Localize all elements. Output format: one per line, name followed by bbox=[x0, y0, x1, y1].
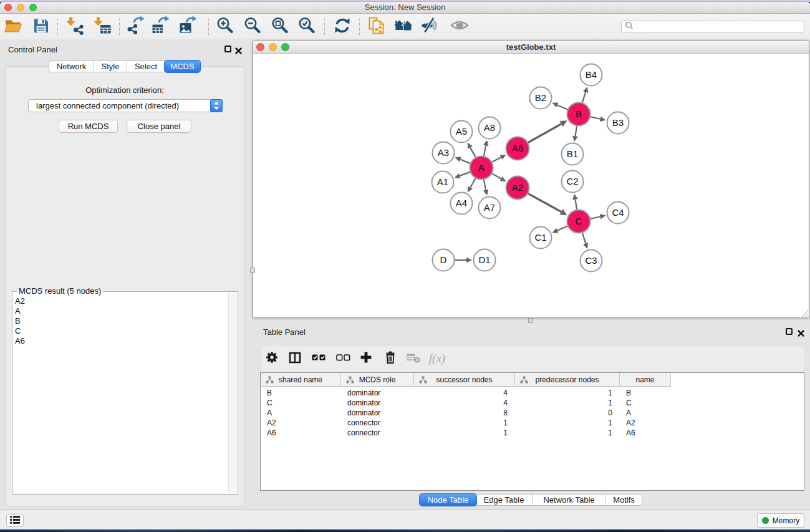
split-divider-knob-horizontal[interactable] bbox=[528, 318, 533, 323]
graph-node-A1[interactable]: A1 bbox=[432, 172, 454, 193]
zoom-fit-button[interactable] bbox=[269, 14, 291, 40]
graph-node-A3[interactable]: A3 bbox=[433, 142, 455, 164]
tab-mcds[interactable]: MCDS bbox=[165, 60, 200, 72]
close-panel-button[interactable]: Close panel bbox=[127, 120, 191, 133]
svg-text:A8: A8 bbox=[484, 122, 495, 133]
table-cell: 8 bbox=[414, 408, 508, 418]
mcds-result-item[interactable]: C bbox=[15, 326, 25, 336]
column-header-shared-name[interactable]: shared name bbox=[261, 373, 341, 387]
split-columns-button[interactable] bbox=[284, 346, 306, 372]
delete-column-button[interactable] bbox=[380, 346, 401, 372]
graph-node-A7[interactable]: A7 bbox=[479, 197, 501, 219]
result-scrollbar[interactable] bbox=[228, 293, 236, 493]
task-history-button[interactable] bbox=[6, 515, 24, 527]
dropdown-stepper-icon bbox=[210, 99, 223, 112]
graph-node-A8[interactable]: A8 bbox=[479, 117, 501, 139]
refresh-button[interactable] bbox=[332, 14, 353, 40]
graph-node-C1[interactable]: C1 bbox=[530, 227, 552, 249]
tab-style[interactable]: Style bbox=[94, 61, 127, 72]
delete-table-button[interactable] bbox=[403, 346, 424, 372]
graph-node-C4[interactable]: C4 bbox=[607, 202, 629, 224]
table-cell: 1 bbox=[515, 388, 612, 398]
svg-text:A7: A7 bbox=[484, 202, 495, 213]
hide-panels-button[interactable] bbox=[420, 14, 441, 40]
mcds-result-item[interactable]: A2 bbox=[15, 296, 25, 306]
export-table-icon bbox=[151, 16, 171, 38]
resize-grip-icon[interactable] bbox=[800, 309, 809, 317]
zoom-in-button[interactable] bbox=[215, 14, 236, 40]
table-cell: 1 bbox=[515, 428, 612, 438]
table-cell: A bbox=[267, 408, 340, 418]
show-panels-button[interactable] bbox=[449, 14, 470, 40]
export-table-button[interactable] bbox=[150, 14, 171, 40]
gear-button[interactable] bbox=[261, 346, 282, 372]
graph-node-A2[interactable]: A2 bbox=[506, 177, 529, 200]
graph-node-A[interactable]: A bbox=[470, 157, 493, 180]
graph-node-B3[interactable]: B3 bbox=[607, 112, 629, 134]
show-panels-icon bbox=[450, 16, 470, 38]
graph-node-A6[interactable]: A6 bbox=[506, 137, 529, 160]
node-table: shared name MCDS role successor nodes pr… bbox=[260, 372, 804, 491]
column-header-name[interactable]: name bbox=[620, 373, 671, 387]
svg-text:A2: A2 bbox=[512, 182, 523, 193]
tab-network[interactable]: Network bbox=[49, 61, 94, 72]
select-all-checkboxes-button[interactable] bbox=[308, 346, 329, 372]
table-cell: A6 bbox=[626, 428, 670, 438]
column-header-predecessor-nodes[interactable]: predecessor nodes bbox=[515, 373, 620, 387]
graph-node-B4[interactable]: B4 bbox=[581, 64, 602, 86]
zoom-out-button[interactable] bbox=[242, 14, 263, 40]
graph-node-C[interactable]: C bbox=[567, 210, 591, 233]
svg-text:B3: B3 bbox=[612, 117, 624, 128]
table-cell: A bbox=[626, 408, 670, 418]
home-button[interactable] bbox=[393, 14, 414, 40]
graph-node-C3[interactable]: C3 bbox=[581, 250, 602, 272]
column-header-MCDS-role[interactable]: MCDS role bbox=[341, 373, 414, 387]
zoom-selected-button[interactable] bbox=[296, 14, 317, 40]
mcds-panel: Optimization criterion: largest connecte… bbox=[5, 66, 244, 506]
table-cell: 1 bbox=[515, 418, 612, 428]
tab-select[interactable]: Select bbox=[127, 61, 165, 72]
main-toolbar bbox=[0, 14, 810, 41]
graph-node-B2[interactable]: B2 bbox=[530, 87, 552, 109]
graph-node-A5[interactable]: A5 bbox=[451, 121, 473, 143]
split-divider-knob-vertical[interactable] bbox=[250, 268, 255, 273]
graph-node-D1[interactable]: D1 bbox=[474, 249, 496, 271]
memory-button[interactable]: Memory bbox=[757, 513, 804, 528]
network-window-title: testGlobe.txt bbox=[253, 41, 809, 54]
function-builder-button[interactable]: f(x) bbox=[427, 346, 448, 372]
close-panel-icon[interactable] bbox=[235, 46, 242, 52]
tab-motifs[interactable]: Motifs bbox=[606, 495, 642, 505]
float-panel-icon[interactable] bbox=[224, 46, 231, 52]
graph-node-B[interactable]: B bbox=[567, 103, 591, 126]
run-mcds-button[interactable]: Run MCDS bbox=[59, 120, 118, 133]
graph-node-B1[interactable]: B1 bbox=[562, 143, 584, 165]
table-close-panel-icon[interactable] bbox=[798, 328, 804, 335]
open-file-button[interactable] bbox=[2, 14, 24, 40]
mcds-result-item[interactable]: A bbox=[15, 306, 25, 316]
mcds-result-item[interactable]: B bbox=[15, 316, 25, 326]
save-session-button[interactable] bbox=[31, 14, 52, 40]
table-cell: 4 bbox=[414, 398, 508, 408]
network-canvas[interactable]: B4B2BB3A5A8A6A3B1AA1C2A2A4A7C4CC1C3DD1 bbox=[253, 54, 809, 317]
table-tabs: Node TableEdge TableNetwork TableMotifs bbox=[420, 494, 642, 506]
mcds-result-item[interactable]: A6 bbox=[15, 336, 25, 346]
mcds-result-title: MCDS result (5 nodes) bbox=[17, 286, 103, 296]
table-float-panel-icon[interactable] bbox=[786, 328, 793, 335]
import-table-button[interactable] bbox=[92, 14, 113, 40]
tab-network-table[interactable]: Network Table bbox=[533, 495, 606, 505]
criterion-dropdown[interactable]: largest connected component (directed) bbox=[28, 99, 223, 112]
table-panel-title: Table Panel bbox=[263, 327, 306, 337]
add-column-button[interactable] bbox=[355, 346, 377, 372]
tab-node-table[interactable]: Node Table bbox=[420, 494, 476, 506]
export-image-button[interactable] bbox=[178, 14, 199, 40]
import-network-button[interactable] bbox=[64, 14, 85, 40]
export-network-button[interactable] bbox=[125, 14, 147, 40]
graph-node-D[interactable]: D bbox=[433, 249, 455, 271]
search-input[interactable] bbox=[634, 22, 804, 32]
column-header-successor-nodes[interactable]: successor nodes bbox=[414, 373, 515, 387]
tab-edge-table[interactable]: Edge Table bbox=[476, 495, 533, 505]
deselect-all-checkboxes-button[interactable] bbox=[332, 346, 354, 372]
duplicate-network-button[interactable] bbox=[366, 14, 387, 40]
graph-node-C2[interactable]: C2 bbox=[562, 171, 584, 193]
graph-node-A4[interactable]: A4 bbox=[451, 193, 473, 215]
